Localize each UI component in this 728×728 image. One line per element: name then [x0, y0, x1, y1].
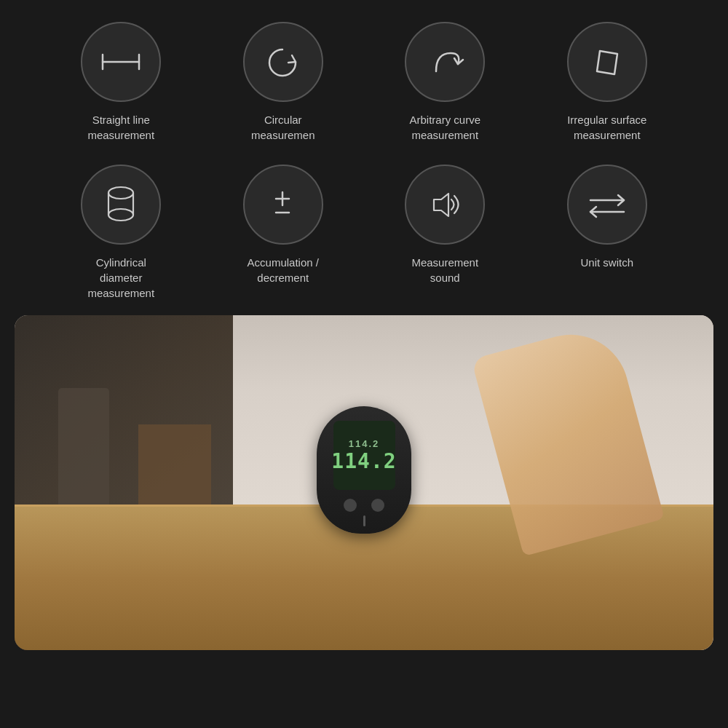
icons-grid: Straight linemeasurement Circularmeasure…	[44, 22, 684, 301]
feature-item-circular: Circularmeasuremen	[206, 22, 361, 143]
icon-label-arbitrary-curve: Arbitrary curvemeasurement	[409, 112, 480, 143]
icon-circle-arbitrary-curve	[405, 22, 485, 102]
svg-marker-10	[434, 194, 448, 216]
icon-label-unit-switch: Unit switch	[580, 255, 633, 270]
device-btn-right	[371, 499, 384, 512]
icon-circle-sound	[405, 165, 485, 245]
icon-label-irregular-surface: Irregular surfacemeasurement	[567, 112, 646, 143]
icon-circle-straight-line	[81, 22, 161, 102]
feature-item-straight-line: Straight linemeasurement	[44, 22, 199, 143]
brown-box	[138, 424, 211, 505]
feature-item-unit-switch: Unit switch	[530, 165, 685, 301]
device-reading-large: 114.2	[331, 449, 396, 473]
device-bottom-line	[363, 515, 365, 526]
feature-item-arbitrary-curve: Arbitrary curvemeasurement	[368, 22, 523, 143]
icon-circle-accumulation	[243, 165, 323, 245]
icon-label-straight-line: Straight linemeasurement	[87, 112, 154, 143]
photo-container: 114.2 114.2	[15, 315, 713, 650]
feature-item-irregular-surface: Irregular surfacemeasurement	[530, 22, 685, 143]
icon-circle-cylindrical	[81, 165, 161, 245]
device-buttons	[344, 499, 384, 512]
icon-circle-unit-switch	[567, 165, 647, 245]
icon-label-cylindrical: Cylindricaldiametermeasurement	[87, 255, 154, 301]
bottom-section: 114.2 114.2	[0, 315, 728, 650]
icon-circle-circular	[243, 22, 323, 102]
svg-point-6	[108, 209, 133, 221]
icon-label-accumulation: Accumulation /decrement	[248, 255, 319, 285]
svg-point-3	[108, 187, 133, 199]
icon-label-sound: Measurementsound	[411, 255, 478, 285]
photo-bg: 114.2 114.2	[15, 315, 713, 650]
device: 114.2 114.2	[317, 406, 411, 534]
feature-item-accumulation: Accumulation /decrement	[206, 165, 361, 301]
device-screen: 114.2 114.2	[333, 421, 395, 490]
feature-item-sound: Measurementsound	[368, 165, 523, 301]
icon-label-circular: Circularmeasuremen	[251, 112, 315, 143]
feature-item-cylindrical: Cylindricaldiametermeasurement	[44, 165, 199, 301]
top-section: Straight linemeasurement Circularmeasure…	[0, 0, 728, 315]
vase	[58, 388, 109, 505]
icon-circle-irregular-surface	[567, 22, 647, 102]
device-btn-left	[344, 499, 357, 512]
device-reading-small: 114.2	[349, 438, 380, 449]
